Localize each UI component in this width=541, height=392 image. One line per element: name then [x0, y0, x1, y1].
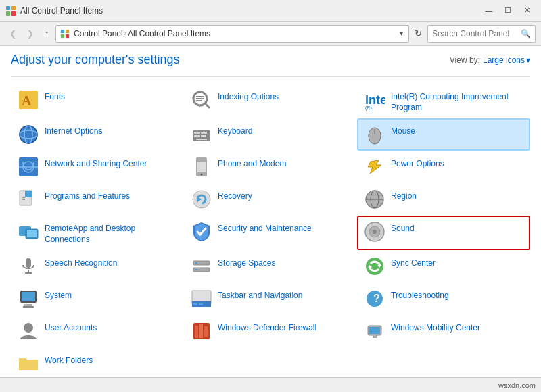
view-option-label: Large icons — [483, 55, 525, 65]
svg-rect-60 — [195, 269, 197, 270]
svg-rect-22 — [194, 132, 197, 134]
cp-item-windows-defender[interactable]: Windows Defender Firewall — [184, 315, 357, 347]
svg-rect-37 — [197, 162, 206, 172]
forward-button[interactable]: ❯ — [23, 26, 38, 41]
svg-rect-26 — [194, 135, 197, 137]
cp-item-label-work-folders: Work Folders — [45, 353, 93, 366]
svg-text:(R): (R) — [365, 105, 372, 111]
cp-item-system[interactable]: System — [11, 283, 184, 315]
svg-text:?: ? — [373, 293, 380, 304]
cp-item-taskbar-navigation[interactable]: Taskbar and Navigation — [184, 283, 357, 315]
svg-rect-6 — [61, 34, 64, 37]
phone-icon — [191, 156, 212, 178]
svg-point-74 — [24, 323, 33, 333]
svg-rect-80 — [369, 327, 380, 334]
svg-rect-65 — [22, 292, 35, 301]
header-row: Adjust your computer's settings View by:… — [11, 53, 530, 67]
window-icon — [5, 5, 16, 16]
svg-rect-27 — [197, 135, 200, 137]
cp-item-programs-features[interactable]: ≡Programs and Features — [11, 183, 184, 216]
svg-text:≡: ≡ — [22, 196, 26, 202]
address-control-panel: Control Panel — [74, 29, 123, 39]
address-bar[interactable]: Control Panel › All Control Panel Items … — [55, 25, 409, 43]
cp-item-keyboard[interactable]: Keyboard — [184, 118, 357, 151]
cp-item-user-accounts[interactable]: User Accounts — [11, 315, 184, 347]
cp-item-sync-center[interactable]: Sync Center — [357, 250, 530, 283]
refresh-button[interactable]: ↻ — [412, 28, 425, 39]
divider — [11, 76, 530, 77]
close-button[interactable]: ✕ — [518, 4, 536, 18]
network-icon — [18, 156, 39, 178]
cp-item-intel-computing[interactable]: intel(R)Intel(R) Computing Improvement P… — [357, 84, 530, 118]
minimize-button[interactable]: — — [480, 4, 498, 18]
taskbar-icon — [191, 288, 212, 310]
svg-rect-2 — [6, 11, 10, 16]
cp-item-label-power-options: Power Options — [391, 156, 444, 170]
firewall-icon — [191, 320, 212, 342]
cp-item-label-intel-computing: Intel(R) Computing Improvement Program — [391, 89, 523, 113]
svg-rect-78 — [204, 326, 208, 337]
cp-item-label-network-sharing: Network and Sharing Center — [45, 156, 147, 170]
svg-rect-81 — [373, 335, 377, 338]
up-button[interactable]: ↑ — [41, 26, 53, 41]
keyboard-icon — [191, 124, 212, 145]
svg-rect-7 — [66, 34, 69, 37]
speech-icon — [18, 255, 39, 277]
cp-item-label-sound: Sound — [391, 221, 415, 235]
cp-item-mouse[interactable]: Mouse — [357, 118, 530, 151]
search-icon: 🔍 — [521, 29, 531, 39]
svg-rect-59 — [195, 262, 197, 264]
cp-item-label-fonts: Fonts — [45, 89, 65, 103]
cp-item-power-options[interactable]: Power Options — [357, 151, 530, 183]
cp-item-label-storage-spaces: Storage Spaces — [218, 255, 275, 269]
svg-text:A: A — [22, 93, 32, 108]
cp-item-fonts[interactable]: AFonts — [11, 84, 184, 118]
page-title: Adjust your computer's settings — [11, 53, 180, 67]
cp-item-network-sharing[interactable]: Network and Sharing Center — [11, 151, 184, 183]
cp-item-sound[interactable]: Sound — [357, 216, 530, 250]
view-by-link[interactable]: Large icons ▾ — [483, 55, 530, 65]
cp-item-remoteapp[interactable]: RemoteApp and Desktop Connections — [11, 216, 184, 250]
cp-item-label-user-accounts: User Accounts — [45, 320, 97, 334]
svg-rect-70 — [193, 303, 197, 305]
title-bar: All Control Panel Items — ☐ ✕ — [0, 0, 541, 22]
cp-item-speech-recognition[interactable]: Speech Recognition — [11, 250, 184, 283]
cp-item-label-windows-defender: Windows Defender Firewall — [218, 320, 316, 334]
cp-item-work-folders[interactable]: Work Folders — [11, 347, 184, 377]
cp-item-internet-options[interactable]: Internet Options — [11, 118, 184, 151]
power-icon — [364, 156, 385, 178]
address-bar-icon — [60, 29, 70, 39]
nav-bar: ❮ ❯ ↑ Control Panel › All Control Panel … — [0, 22, 541, 46]
cp-item-label-sync-center: Sync Center — [391, 255, 436, 269]
remote-icon — [18, 221, 39, 243]
main-content: Adjust your computer's settings View by:… — [0, 46, 541, 377]
view-by: View by: Large icons ▾ — [450, 55, 530, 65]
system-icon — [18, 288, 39, 310]
search-input[interactable] — [432, 29, 521, 39]
back-button[interactable]: ❮ — [5, 26, 20, 41]
view-dropdown-icon: ▾ — [526, 55, 530, 65]
maximize-button[interactable]: ☐ — [499, 4, 517, 18]
cp-item-phone-modem[interactable]: Phone and Modem — [184, 151, 357, 183]
cp-item-storage-spaces[interactable]: Storage Spaces — [184, 250, 357, 283]
svg-text:intel: intel — [365, 93, 385, 107]
window-title: All Control Panel Items — [20, 6, 103, 16]
svg-rect-0 — [6, 6, 10, 10]
cp-item-label-taskbar-navigation: Taskbar and Navigation — [218, 288, 302, 301]
svg-rect-1 — [11, 6, 16, 10]
address-dropdown-button[interactable]: ▾ — [398, 30, 404, 37]
cp-item-label-internet-options: Internet Options — [45, 124, 102, 137]
security-icon — [191, 221, 212, 243]
svg-rect-67 — [23, 306, 34, 308]
cp-item-security-maintenance[interactable]: Security and Maintenance — [184, 216, 357, 250]
cp-item-region[interactable]: Region — [357, 183, 530, 216]
svg-rect-28 — [201, 135, 206, 137]
cp-item-indexing-options[interactable]: Indexing Options — [184, 84, 357, 118]
cp-item-recovery[interactable]: Recovery — [184, 183, 357, 216]
cp-item-troubleshooting[interactable]: ?Troubleshooting — [357, 283, 530, 315]
cp-item-windows-mobility[interactable]: Windows Mobility Center — [357, 315, 530, 347]
cp-item-label-indexing-options: Indexing Options — [218, 89, 279, 103]
user-icon — [18, 320, 39, 342]
recovery-icon — [191, 189, 212, 210]
fonts-icon: A — [18, 89, 39, 111]
